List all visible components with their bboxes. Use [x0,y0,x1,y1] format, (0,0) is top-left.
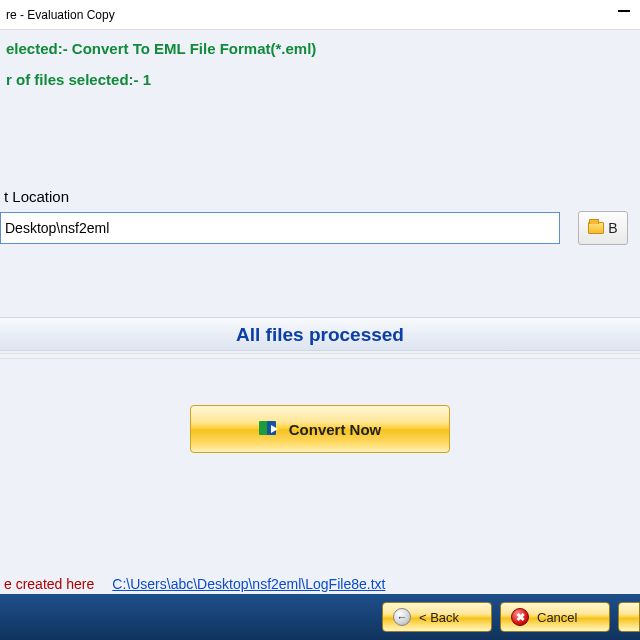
format-selected-label: elected:- Convert To EML File Format(*.e… [0,40,640,57]
log-file-link[interactable]: C:\Users\abc\Desktop\nsf2eml\LogFile8e.t… [112,576,385,592]
cancel-icon: ✖ [511,608,529,626]
folder-icon [588,222,604,234]
status-text: All files processed [236,324,404,345]
log-label: e created here [4,576,94,592]
back-button[interactable]: ← < Back [382,602,492,632]
status-bar: All files processed [0,317,640,351]
browse-button[interactable]: B [578,211,628,245]
main-content: elected:- Convert To EML File Format(*.e… [0,30,640,560]
minimize-icon[interactable] [618,10,630,12]
convert-button-label: Convert Now [289,421,382,438]
cancel-button-label: Cancel [537,610,577,625]
file-count-label: r of files selected:- 1 [0,71,640,88]
output-location-label: t Location [0,188,640,205]
bottom-nav-bar: ← < Back ✖ Cancel [0,594,640,640]
convert-icon [259,419,279,439]
window-title: re - Evaluation Copy [6,8,115,22]
output-path-row: B [0,211,640,245]
next-button-partial[interactable] [618,602,640,632]
back-button-label: < Back [419,610,459,625]
log-row: e created here C:\Users\abc\Desktop\nsf2… [0,576,385,592]
convert-now-button[interactable]: Convert Now [190,405,450,453]
back-arrow-icon: ← [393,608,411,626]
output-path-input[interactable] [0,212,560,244]
browse-button-label: B [608,220,617,236]
separator [0,353,640,359]
convert-row: Convert Now [0,405,640,453]
title-bar: re - Evaluation Copy [0,0,640,30]
cancel-button[interactable]: ✖ Cancel [500,602,610,632]
